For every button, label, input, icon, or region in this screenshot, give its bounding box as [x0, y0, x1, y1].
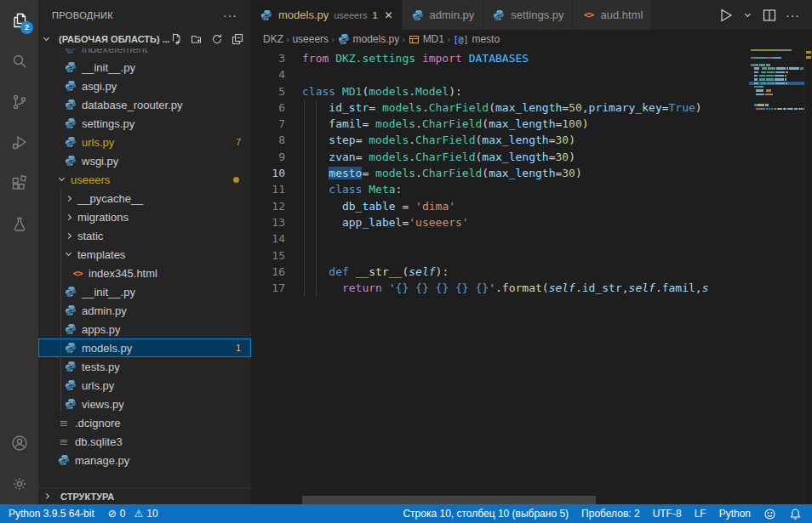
line-number[interactable]: 4 — [251, 66, 285, 82]
line-number[interactable]: 17 — [251, 280, 285, 296]
tree-item-urls.py[interactable]: urls.py7 — [38, 133, 251, 151]
more-actions-icon[interactable]: ··· — [786, 9, 800, 22]
line-number[interactable]: 5 — [251, 83, 285, 99]
code-line-15[interactable]: 15 — [251, 247, 749, 264]
collapse-all-icon[interactable] — [231, 32, 244, 46]
line-number[interactable]: 14 — [251, 230, 285, 247]
code-line-10[interactable]: 10 mesto= models.CharField(max_length=30… — [251, 165, 749, 181]
tree-folder-useeers[interactable]: useeers — [38, 170, 251, 189]
status-feedback[interactable] — [763, 508, 776, 520]
code-line-9[interactable]: 9 zvan= models.CharField(max_length=30) — [251, 149, 749, 165]
line-number[interactable]: 7 — [251, 116, 285, 132]
code-line-17[interactable]: 17 return '{} {} {} {} {}'.format(self.i… — [251, 280, 749, 296]
code-line-12[interactable]: 12 db_table = 'dima' — [251, 198, 749, 214]
tree-item-database_roouter.py[interactable]: database_roouter.py — [38, 95, 251, 114]
split-editor-icon[interactable] — [760, 6, 779, 25]
tree-item-settings.py[interactable]: settings.py — [38, 114, 251, 133]
code-editor[interactable]: 3from DKZ.settings import DATABASES45cla… — [251, 48, 812, 504]
tree-item-models.py[interactable]: models.py1 — [38, 338, 251, 357]
status-cursor-position[interactable]: Строка 10, столбец 10 (выбрано 5) — [403, 508, 569, 520]
code-line-6[interactable]: 6 id_str= models.CharField(max_length=50… — [251, 99, 749, 116]
tree-item-indexelement[interactable]: indexelement — [38, 48, 251, 58]
line-number[interactable]: 6 — [251, 99, 285, 116]
tab-admin.py[interactable]: admin.py — [403, 0, 484, 30]
tree-item-.dcignore[interactable]: ≡.dcignore — [38, 413, 251, 432]
code-line-7[interactable]: 7 famil= models.CharField(max_length=100… — [251, 116, 749, 132]
minimap[interactable] — [749, 48, 804, 117]
line-number[interactable]: 15 — [251, 247, 285, 264]
line-number[interactable]: 16 — [251, 264, 285, 280]
breadcrumb-item-useeers[interactable]: useeers — [292, 33, 329, 45]
status-language-mode[interactable]: Python — [719, 508, 751, 520]
line-number[interactable]: 12 — [251, 198, 285, 214]
tree-item-admin.py[interactable]: admin.py — [38, 301, 251, 320]
close-icon[interactable]: ✕ — [385, 9, 393, 21]
activity-extensions-icon[interactable] — [0, 163, 38, 204]
activity-testing-icon[interactable] — [0, 204, 38, 245]
horizontal-scrollbar[interactable] — [302, 496, 596, 504]
new-folder-icon[interactable] — [190, 32, 203, 46]
code-line-14[interactable]: 14 — [251, 230, 749, 247]
run-dropdown-icon[interactable] — [738, 6, 757, 25]
tree-item-db.sqlite3[interactable]: ≡db.sqlite3 — [38, 432, 251, 451]
tree-item-apps.py[interactable]: apps.py — [38, 320, 251, 338]
breadcrumb-item-models.py[interactable]: models.py — [338, 33, 400, 45]
tree-item-index345.html[interactable]: <>index345.html — [38, 264, 251, 282]
workspace-section-header[interactable]: (РАБОЧАЯ ОБЛАСТЬ) ... — [38, 30, 251, 48]
code-line-8[interactable]: 8 step= models.CharField(max_length=30) — [251, 132, 749, 148]
breadcrumb-item-DKZ[interactable]: DKZ — [263, 33, 283, 45]
tree-item-__init__.py[interactable]: __init__.py — [38, 282, 251, 301]
activity-search-icon[interactable] — [0, 41, 38, 82]
tree-folder-static[interactable]: static — [38, 226, 251, 245]
code-line-text: step= models.CharField(max_length=30) — [285, 132, 575, 148]
tree-item-__init__.py[interactable]: __init__.py — [38, 58, 251, 77]
activity-settings-icon[interactable] — [0, 463, 38, 504]
tab-models.py[interactable]: models.pyuseeers1✕ — [251, 0, 403, 30]
code-line-3[interactable]: 3from DKZ.settings import DATABASES — [251, 50, 749, 66]
tree-item-tests.py[interactable]: tests.py — [38, 357, 251, 376]
line-number[interactable]: 13 — [251, 214, 285, 230]
run-icon[interactable] — [716, 6, 735, 25]
tree-folder-templates[interactable]: templates — [38, 245, 251, 264]
tab-aud.html[interactable]: <>aud.html — [573, 0, 652, 30]
overview-ruler[interactable] — [804, 48, 812, 504]
code-line-text: from DKZ.settings import DATABASES — [285, 50, 529, 66]
main-area: 2 ПРОВОДНИК ··· (РАБОЧАЯ ОБЛАСТЬ) ... in… — [0, 0, 812, 504]
status-problems[interactable]: ⊘0⚠10 — [108, 508, 158, 520]
tree-item-urls.py[interactable]: urls.py — [38, 376, 251, 395]
tree-item-views.py[interactable]: views.py — [38, 395, 251, 413]
tab-settings.py[interactable]: settings.py — [483, 0, 573, 30]
line-number[interactable]: 3 — [251, 50, 285, 66]
line-number[interactable]: 10 — [251, 165, 285, 181]
line-number[interactable]: 11 — [251, 181, 285, 197]
new-file-icon[interactable] — [169, 32, 183, 46]
breadcrumb-item-mesto[interactable]: [@]mesto — [453, 33, 500, 45]
status-notifications[interactable] — [789, 508, 802, 520]
explorer-sidebar: ПРОВОДНИК ··· (РАБОЧАЯ ОБЛАСТЬ) ... inde… — [38, 0, 251, 504]
code-line-16[interactable]: 16 def __str__(self): — [251, 264, 749, 280]
tree-folder-__pycache__[interactable]: __pycache__ — [38, 189, 251, 207]
status-indentation[interactable]: Пробелов: 2 — [581, 508, 640, 520]
views-and-more-actions-icon[interactable]: ··· — [223, 9, 237, 22]
tree-item-manage.py[interactable]: manage.py — [38, 451, 251, 469]
activity-source-control-icon[interactable] — [0, 82, 38, 122]
tree-item-asgi.py[interactable]: asgi.py — [38, 77, 251, 95]
status-python-version[interactable]: Python 3.9.5 64-bit — [9, 508, 94, 520]
code-line-13[interactable]: 13 app_label='useeers' — [251, 214, 749, 230]
line-number[interactable]: 9 — [251, 149, 285, 165]
activity-account-icon[interactable] — [0, 423, 38, 463]
code-line-11[interactable]: 11 class Meta: — [251, 181, 749, 197]
status-eol[interactable]: LF — [695, 508, 706, 520]
outline-section-header[interactable]: СТРУКТУРА — [38, 487, 251, 504]
line-number[interactable]: 8 — [251, 132, 285, 148]
refresh-icon[interactable] — [210, 32, 224, 46]
activity-run-and-debug-icon[interactable] — [0, 122, 38, 163]
breadcrumb-item-MD1[interactable]: MD1 — [409, 33, 444, 45]
activity-explorer-icon[interactable]: 2 — [0, 0, 38, 41]
code-line-5[interactable]: 5class MD1(models.Model): — [251, 83, 749, 99]
tree-item-wsgi.py[interactable]: wsgi.py — [38, 151, 251, 170]
status-encoding[interactable]: UTF-8 — [653, 508, 682, 520]
code-line-text — [285, 230, 302, 247]
tree-folder-migrations[interactable]: migrations — [38, 207, 251, 226]
code-line-4[interactable]: 4 — [251, 66, 749, 82]
